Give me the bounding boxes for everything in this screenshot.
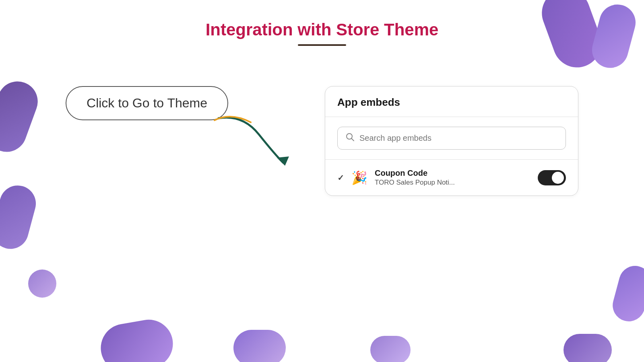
embed-list-item: ✓ 🎉 Coupon Code TORO Sales Popup Noti... <box>325 160 578 195</box>
title-underline <box>298 44 346 46</box>
toggle-knob <box>552 172 564 184</box>
arrow-decoration <box>211 110 299 175</box>
main-content: Integration with Store Theme Click to Go… <box>0 0 644 362</box>
panel-header: App embeds <box>325 86 578 117</box>
search-icon <box>346 133 355 144</box>
svg-line-2 <box>351 139 354 141</box>
ui-area: Click to Go to Theme App embeds <box>66 86 578 196</box>
go-to-theme-button[interactable]: Click to Go to Theme <box>66 86 228 120</box>
panel-title: App embeds <box>337 96 566 109</box>
page-title: Integration with Store Theme <box>206 20 439 39</box>
item-subtitle: TORO Sales Popup Noti... <box>375 179 531 187</box>
search-input[interactable] <box>359 134 557 143</box>
svg-marker-0 <box>277 156 289 166</box>
search-box <box>337 127 566 150</box>
checkmark-icon: ✓ <box>337 173 344 183</box>
item-icon: 🎉 <box>351 169 368 187</box>
item-name: Coupon Code <box>375 169 531 178</box>
app-embeds-panel: App embeds ✓ 🎉 Coupon Code <box>325 86 578 196</box>
item-info: Coupon Code TORO Sales Popup Noti... <box>375 169 531 187</box>
title-section: Integration with Store Theme <box>206 20 439 46</box>
panel-search-section <box>325 117 578 160</box>
toggle-switch[interactable] <box>538 170 566 185</box>
